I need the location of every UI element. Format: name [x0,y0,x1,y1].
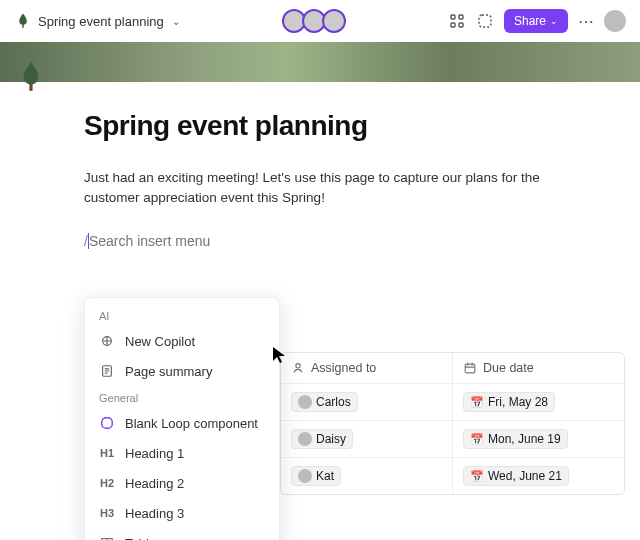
search-input[interactable] [89,231,576,251]
user-avatar[interactable] [604,10,626,32]
menu-item-label: Heading 1 [125,446,265,461]
table-icon [99,535,115,540]
overflow-menu-icon[interactable]: ⋯ [578,12,594,31]
person-pill[interactable]: Daisy [291,429,353,449]
menu-item-new-copilot[interactable]: New Copilot [85,326,279,356]
h3-icon: H3 [99,505,115,521]
calendar-icon: 📅 [470,470,484,483]
svg-rect-3 [451,23,455,27]
calendar-icon: 📅 [470,396,484,409]
date-text: Wed, June 21 [488,469,562,483]
intro-paragraph: Just had an exciting meeting! Let's use … [84,168,576,209]
menu-item-label: Page summary [125,364,265,379]
cell-assignee[interactable]: Carlos [281,384,453,421]
menu-item-label: Heading 2 [125,476,265,491]
date-pill[interactable]: 📅 Wed, June 21 [463,466,569,486]
summary-icon [99,363,115,379]
menu-item-label: New Copilot [125,334,265,349]
menu-item-label: Heading 3 [125,506,265,521]
calendar-icon [463,361,477,375]
svg-rect-1 [451,15,455,19]
topbar: Spring event planning ⌄ Share ⌄ ⋯ [0,0,640,42]
menu-section-ai: AI [85,304,279,326]
insert-menu: AI New Copilot Page summary General Blan… [84,297,280,540]
slash-command-line[interactable]: / [84,231,576,251]
person-pill[interactable]: Kat [291,466,341,486]
menu-item-label: Blank Loop component [125,416,265,431]
cell-date[interactable]: 📅 Fri, May 28 [453,384,624,421]
cell-assignee[interactable]: Kat [281,458,453,494]
svg-rect-5 [479,15,491,27]
assignee-name: Carlos [316,395,351,409]
col-due-date[interactable]: Due date [453,353,624,384]
chevron-down-icon: ⌄ [172,16,180,27]
menu-item-table[interactable]: Table [85,528,279,540]
page-title: Spring event planning [84,110,576,142]
copilot-icon [99,333,115,349]
menu-item-label: Table [125,536,265,541]
svg-rect-2 [459,15,463,19]
table-row[interactable]: Carlos 📅 Fri, May 28 [281,384,624,421]
breadcrumb[interactable]: Spring event planning ⌄ [14,12,180,30]
avatar [298,469,312,483]
menu-item-blank-loop[interactable]: Blank Loop component [85,408,279,438]
chevron-down-icon: ⌄ [550,16,558,26]
avatar [298,395,312,409]
svg-rect-4 [459,23,463,27]
date-text: Mon, June 19 [488,432,561,446]
h1-icon: H1 [99,445,115,461]
assignee-name: Daisy [316,432,346,446]
col-label: Due date [483,361,534,375]
avatar [298,432,312,446]
cover-image [0,42,640,82]
person-icon [291,361,305,375]
table-header-row: Assigned to Due date [281,353,624,384]
table-row[interactable]: Daisy 📅 Mon, June 19 [281,421,624,458]
cell-assignee[interactable]: Daisy [281,421,453,458]
date-text: Fri, May 28 [488,395,548,409]
person-pill[interactable]: Carlos [291,392,358,412]
assignee-name: Kat [316,469,334,483]
share-label: Share [514,14,546,28]
breadcrumb-title: Spring event planning [38,14,164,29]
cell-date[interactable]: 📅 Wed, June 21 [453,458,624,494]
svg-point-16 [296,364,300,368]
col-assigned-to[interactable]: Assigned to [281,353,453,384]
share-button[interactable]: Share ⌄ [504,9,568,33]
menu-item-heading-3[interactable]: H3 Heading 3 [85,498,279,528]
calendar-icon: 📅 [470,433,484,446]
presence-avatars[interactable] [282,9,346,33]
cell-date[interactable]: 📅 Mon, June 19 [453,421,624,458]
menu-item-heading-1[interactable]: H1 Heading 1 [85,438,279,468]
menu-item-heading-2[interactable]: H2 Heading 2 [85,468,279,498]
date-pill[interactable]: 📅 Mon, June 19 [463,429,568,449]
table-row[interactable]: Kat 📅 Wed, June 21 [281,458,624,494]
loop-icon[interactable] [476,12,494,30]
loop-component-icon [99,415,115,431]
menu-section-general: General [85,386,279,408]
topbar-actions: Share ⌄ ⋯ [448,9,626,33]
avatar[interactable] [322,9,346,33]
h2-icon: H2 [99,475,115,491]
grid-icon[interactable] [448,12,466,30]
tasks-table[interactable]: Assigned to Due date Carlos 📅 Fri, May 2… [280,352,625,495]
svg-rect-0 [22,24,24,28]
page-content: Spring event planning Just had an exciti… [0,82,640,251]
svg-rect-17 [465,364,475,373]
date-pill[interactable]: 📅 Fri, May 28 [463,392,555,412]
col-label: Assigned to [311,361,376,375]
tree-icon [14,12,32,30]
svg-rect-9 [102,418,113,429]
menu-item-page-summary[interactable]: Page summary [85,356,279,386]
cursor-icon [272,346,288,368]
